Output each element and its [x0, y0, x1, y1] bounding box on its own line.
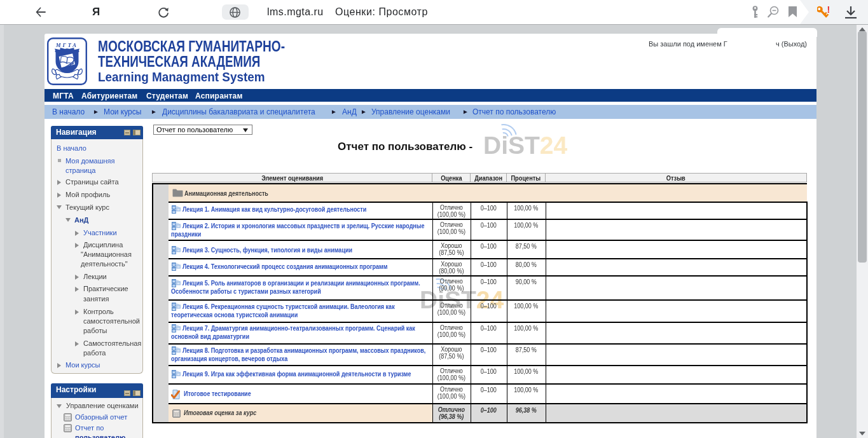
svg-text:МГТА: МГТА: [55, 42, 78, 48]
svg-text:!: !: [827, 4, 830, 15]
